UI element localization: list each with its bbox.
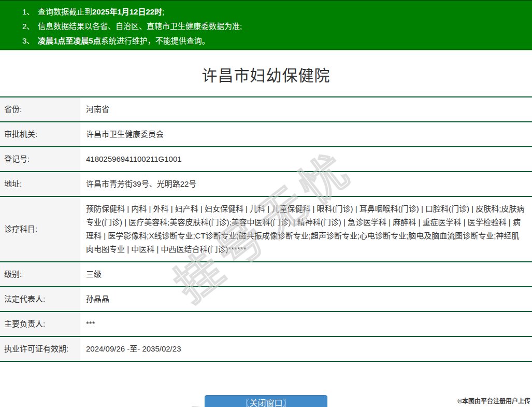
notice-banner: 1、查询数据截止到2025年1月12日22时; 2、信息数据结果以各省、自治区、…: [0, 0, 532, 50]
table-row-approval-authority: 审批机关: 许昌市卫生健康委员会: [0, 122, 532, 147]
field-value: 河南省: [80, 97, 532, 122]
field-label: 主要负责人:: [0, 312, 80, 336]
field-value: 许昌市卫生健康委员会: [80, 122, 532, 147]
field-label: 审批机关:: [0, 122, 80, 147]
table-row-address: 地址: 许昌市青芳街39号、光明路22号: [0, 172, 532, 197]
notice-text-bold: 凌晨1点至凌晨5点: [38, 36, 101, 45]
field-label: 执业许可证有效期:: [0, 336, 80, 361]
field-value: 2024/09/26 -至- 2035/02/23: [80, 336, 532, 361]
table-row-license-validity: 执业许可证有效期: 2024/09/26 -至- 2035/02/23: [0, 336, 532, 361]
table-row-province: 省份: 河南省: [0, 97, 532, 122]
table-row-principal: 主要负责人: ***: [0, 312, 532, 336]
field-label: 省份:: [0, 97, 80, 122]
field-label: 登记号:: [0, 147, 80, 172]
close-window-button[interactable]: 〖关闭窗口〗: [205, 395, 327, 407]
field-label: 法定代表人:: [0, 287, 80, 312]
page-title: 许昌市妇幼保健院: [0, 63, 532, 86]
notice-number: 2、: [22, 19, 38, 34]
table-row-departments: 诊疗科目: 预防保健科 | 内科 | 外科 | 妇产科 | 妇女保健科 | 儿科…: [0, 197, 532, 262]
field-label: 级别:: [0, 262, 80, 287]
table-row-legal-representative: 法定代表人: 孙晶晶: [0, 287, 532, 312]
notice-text: ;: [162, 7, 164, 16]
table-row-level: 级别: 三级: [0, 262, 532, 287]
notice-number: 3、: [22, 34, 38, 48]
field-value: ***: [80, 312, 532, 336]
field-value: 41802596941100211G1001: [80, 147, 532, 172]
field-value: 三级: [80, 262, 532, 287]
field-label: 地址:: [0, 172, 80, 197]
notice-text: 系统进行维护，不能提供查询。: [101, 36, 210, 45]
field-value: 孙晶晶: [80, 287, 532, 312]
copyright-note: ©本图由平台注册用户上传: [457, 396, 530, 405]
notice-text: 查询数据截止到: [38, 7, 92, 16]
table-row-registration-number: 登记号: 41802596941100211G1001: [0, 147, 532, 172]
field-value: 许昌市青芳街39号、光明路22号: [80, 172, 532, 197]
hospital-info-table: 省份: 河南省 审批机关: 许昌市卫生健康委员会 登记号: 4180259694…: [0, 96, 532, 362]
field-label: 诊疗科目:: [0, 197, 80, 262]
field-value: 预防保健科 | 内科 | 外科 | 妇产科 | 妇女保健科 | 儿科 | 儿童保…: [80, 197, 532, 262]
notice-text: 信息数据结果以各省、自治区、直辖市卫生健康委数据为准;: [38, 22, 242, 31]
notice-item-3: 3、凌晨1点至凌晨5点系统进行维护，不能提供查询。: [22, 34, 532, 48]
notice-item-2: 2、信息数据结果以各省、自治区、直辖市卫生健康委数据为准;: [22, 19, 532, 34]
notice-number: 1、: [22, 5, 38, 19]
notice-item-1: 1、查询数据截止到2025年1月12日22时;: [22, 5, 532, 19]
notice-text-bold: 2025年1月12日22时: [92, 7, 162, 16]
